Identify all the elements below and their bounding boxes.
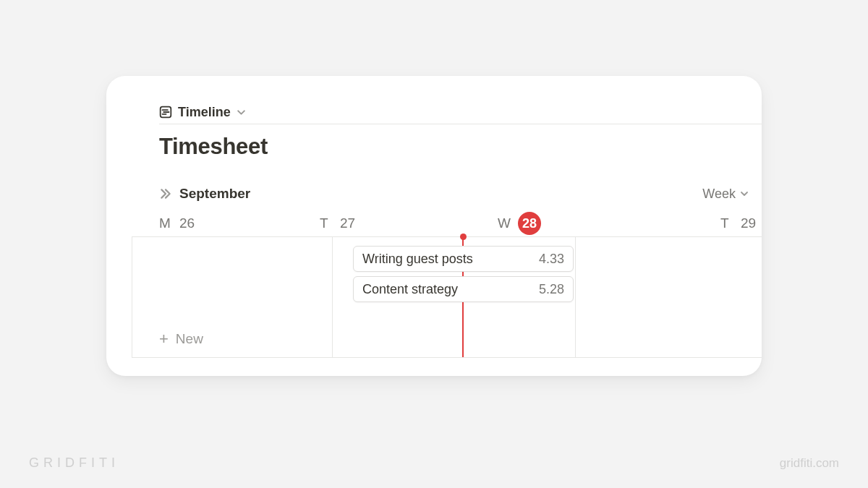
brand-wordmark: GRIDFITI [29,455,119,471]
view-selector[interactable]: Timeline [159,105,246,120]
month-label: September [179,186,250,202]
plus-icon: + [159,331,169,347]
month-nav[interactable]: September [159,186,250,202]
task-hours: 4.33 [539,252,564,267]
chevron-down-icon [740,189,749,198]
today-badge: 28 [518,212,541,235]
day-header: T 29 [720,210,756,236]
gridline [132,237,132,357]
timeline-item[interactable]: Content strategy 5.28 [353,276,574,302]
task-title: Content strategy [362,282,458,297]
day-header: T 27 [320,210,355,236]
brand-url: gridfiti.com [780,456,839,471]
page-title[interactable]: Timesheet [159,134,268,160]
gridline [332,237,333,357]
today-dot [460,234,467,240]
app-card: Timeline Timesheet September Week [106,76,762,376]
timeline-header: September Week M 26 T 27 W 28 [159,183,762,236]
view-underline [159,124,762,124]
gridline [575,237,576,357]
timeline-item[interactable]: Writing guest posts 4.33 [353,246,574,272]
timeline-body: Writing guest posts 4.33 Content strateg… [132,236,762,358]
view-label: Timeline [178,105,231,120]
day-header-today: W 28 [498,210,541,236]
day-header-row: M 26 T 27 W 28 T 29 [159,210,762,236]
timeline-icon [159,106,172,119]
chevron-double-right-icon [159,187,172,200]
task-title: Writing guest posts [362,252,473,267]
chevron-down-icon [237,108,246,117]
zoom-selector[interactable]: Week [702,187,762,202]
view-tabs: Timeline [159,100,762,124]
new-item-button[interactable]: + New [159,331,203,347]
day-header: M 26 [159,210,195,236]
new-label: New [176,331,203,347]
page-footer: GRIDFITI gridfiti.com [29,455,839,471]
task-hours: 5.28 [539,282,564,297]
zoom-label: Week [702,187,736,202]
